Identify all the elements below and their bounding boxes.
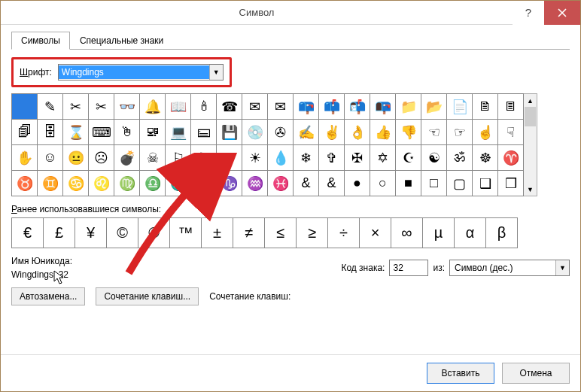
recent-symbol-cell[interactable]: µ	[423, 218, 455, 248]
recent-symbol-cell[interactable]: ≤	[265, 218, 297, 248]
symbol-cell[interactable]: &	[319, 171, 345, 196]
symbol-cell[interactable]: ♍	[114, 171, 140, 196]
symbol-cell[interactable]: ☸	[473, 145, 498, 171]
insert-button[interactable]: Вставить	[427, 363, 494, 384]
symbol-cell[interactable]: ✉	[268, 94, 294, 120]
recent-symbol-cell[interactable]: ®	[138, 218, 170, 248]
symbol-cell[interactable]: 📬	[345, 94, 370, 120]
symbol-cell[interactable]: ✈	[217, 145, 242, 171]
symbol-cell[interactable]: ♓	[268, 171, 294, 196]
recent-symbol-cell[interactable]: ™	[170, 218, 202, 248]
font-input[interactable]	[59, 65, 209, 79]
symbol-cell[interactable]: □	[421, 171, 447, 196]
cancel-button[interactable]: Отмена	[502, 363, 570, 384]
symbol-cell[interactable]: 👍	[370, 120, 396, 145]
code-input[interactable]	[389, 260, 428, 276]
symbol-cell[interactable]: ❒	[498, 171, 524, 196]
symbol-cell[interactable]: ✡	[370, 145, 396, 171]
symbol-cell[interactable]: ⌨	[89, 120, 114, 145]
recent-symbol-cell[interactable]: ∞	[391, 218, 423, 248]
symbol-cell[interactable]: ☞	[447, 120, 473, 145]
symbol-cell[interactable]: 📁	[396, 94, 421, 120]
symbol-cell[interactable]: ☟	[498, 120, 524, 145]
symbol-cell[interactable]: ✞	[319, 145, 345, 171]
autocorrect-button[interactable]: Автозамена...	[11, 287, 85, 305]
symbol-cell[interactable]: ♊	[38, 171, 63, 196]
recent-symbol-cell[interactable]: ÷	[328, 218, 360, 248]
symbol-cell[interactable]: ✋	[12, 145, 38, 171]
symbol-cell[interactable]: ♎	[140, 171, 166, 196]
symbol-cell[interactable]: ✇	[268, 120, 294, 145]
from-select[interactable]: Символ (дес.) ▼	[449, 260, 570, 276]
tab-symbols[interactable]: Символы	[11, 32, 70, 50]
recent-symbol-cell[interactable]: ×	[360, 218, 391, 248]
symbol-cell[interactable]: 📭	[370, 94, 396, 120]
symbol-cell[interactable]: &	[294, 171, 319, 196]
symbol-cell[interactable]: ▢	[447, 171, 473, 196]
symbol-cell[interactable]: ❄	[294, 145, 319, 171]
recent-symbol-cell[interactable]: ±	[202, 218, 233, 248]
symbol-cell[interactable]: 💿	[242, 120, 268, 145]
symbol-cell[interactable]: 📖	[166, 94, 191, 120]
recent-symbol-cell[interactable]: β	[486, 218, 518, 248]
symbol-cell[interactable]: 🕯	[191, 94, 217, 120]
symbol-cell[interactable]: ☯	[421, 145, 447, 171]
symbol-cell[interactable]: 📪	[294, 94, 319, 120]
symbol-cell[interactable]: 👓	[114, 94, 140, 120]
symbol-cell[interactable]: 💻	[166, 120, 191, 145]
symbol-cell[interactable]: ♈	[498, 145, 524, 171]
symbol-cell[interactable]: ☝	[473, 120, 498, 145]
recent-symbol-cell[interactable]: £	[44, 218, 75, 248]
symbol-cell[interactable]: ✎	[38, 94, 63, 120]
close-button[interactable]	[544, 1, 580, 25]
scroll-down-arrow[interactable]: ▼	[524, 183, 537, 196]
symbol-cell[interactable]: ✌	[319, 120, 345, 145]
symbol-cell[interactable]: 💧	[268, 145, 294, 171]
symbol-cell[interactable]: ✂	[63, 94, 89, 120]
scroll-track[interactable]	[524, 107, 537, 183]
symbol-cell[interactable]: ♏	[166, 171, 191, 196]
symbol-cell[interactable]: ✍	[294, 120, 319, 145]
symbol-cell[interactable]: ⚐	[166, 145, 191, 171]
symbol-cell[interactable]: ■	[396, 171, 421, 196]
recent-symbol-cell[interactable]: α	[455, 218, 486, 248]
symbol-cell[interactable]: 👌	[345, 120, 370, 145]
symbol-cell[interactable]: 🗏	[498, 94, 524, 120]
symbol-cell[interactable]: ⌛	[63, 120, 89, 145]
symbol-cell[interactable]	[12, 94, 38, 120]
recent-symbol-cell[interactable]: €	[12, 218, 44, 248]
symbol-cell[interactable]: ♑	[217, 171, 242, 196]
symbol-cell[interactable]: ☜	[421, 120, 447, 145]
symbol-cell[interactable]: 🗄	[38, 120, 63, 145]
symbol-cell[interactable]: ☺	[38, 145, 63, 171]
chevron-down-icon[interactable]: ▼	[555, 260, 569, 275]
symbol-cell[interactable]: ॐ	[447, 145, 473, 171]
help-button[interactable]: ?	[513, 1, 544, 25]
symbol-cell[interactable]: 🔔	[140, 94, 166, 120]
symbol-cell[interactable]: 📄	[447, 94, 473, 120]
scroll-up-arrow[interactable]: ▲	[524, 94, 537, 107]
symbol-cell[interactable]: ❑	[473, 171, 498, 196]
symbol-cell[interactable]: 💾	[217, 120, 242, 145]
symbol-cell[interactable]: ☪	[396, 145, 421, 171]
symbol-cell[interactable]: 🖳	[140, 120, 166, 145]
symbol-cell[interactable]: ♋	[63, 171, 89, 196]
recent-symbol-cell[interactable]: ≥	[297, 218, 328, 248]
tab-special[interactable]: Специальные знаки	[70, 32, 173, 50]
symbol-cell[interactable]: ♌	[89, 171, 114, 196]
symbol-cell[interactable]: 🗐	[12, 120, 38, 145]
symbol-cell[interactable]: ☀	[242, 145, 268, 171]
recent-symbol-cell[interactable]: ¥	[75, 218, 107, 248]
scroll-thumb[interactable]	[525, 107, 536, 126]
symbol-cell[interactable]: 📫	[319, 94, 345, 120]
font-select[interactable]: ▼	[58, 64, 224, 81]
symbol-cell[interactable]: 👎	[396, 120, 421, 145]
symbol-cell[interactable]: 🖴	[191, 120, 217, 145]
symbol-cell[interactable]: ♐	[191, 171, 217, 196]
symbol-cell[interactable]: ✂	[89, 94, 114, 120]
symbol-cell[interactable]: ☠	[140, 145, 166, 171]
chevron-down-icon[interactable]: ▼	[209, 65, 223, 80]
symbol-cell[interactable]: ○	[370, 171, 396, 196]
symbol-cell[interactable]: ♉	[12, 171, 38, 196]
symbol-cell[interactable]: ☎	[217, 94, 242, 120]
